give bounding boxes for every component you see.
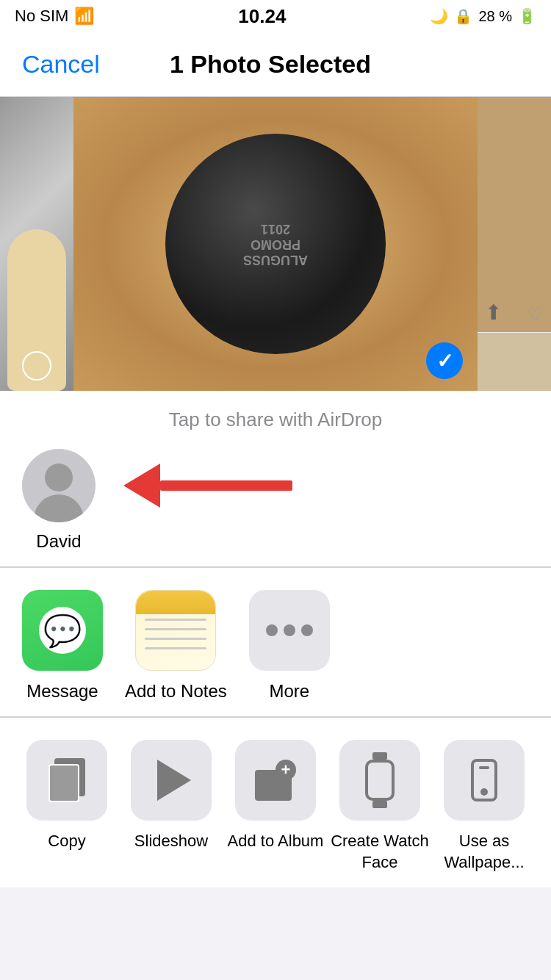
bottom-row: Copy Slideshow + Add to Album bbox=[0, 740, 551, 873]
play-icon bbox=[157, 760, 191, 801]
app-item-more[interactable]: More bbox=[249, 590, 330, 702]
red-arrow-shape bbox=[125, 464, 292, 508]
app-item-message[interactable]: 💬 Message bbox=[22, 590, 103, 702]
arrow-head bbox=[123, 464, 160, 508]
photo-main-selected[interactable]: ALUGUSSPROMO2011 ✓ bbox=[73, 97, 478, 391]
bottom-item-wallpaper[interactable]: Use as Wallpape... bbox=[432, 740, 536, 873]
photo-strip: ALUGUSSPROMO2011 ✓ ⬆ ♡ bbox=[0, 97, 551, 391]
add-album-icon-wrap: + bbox=[235, 740, 316, 821]
notes-label: Add to Notes bbox=[125, 681, 227, 702]
message-bubble-icon: 💬 bbox=[39, 607, 86, 654]
dot-2 bbox=[284, 624, 295, 636]
app-item-notes[interactable]: Add to Notes bbox=[125, 590, 227, 702]
more-label: More bbox=[269, 681, 309, 702]
watch-band-bottom bbox=[372, 801, 387, 808]
dot-3 bbox=[301, 624, 313, 636]
add-album-label: Add to Album bbox=[228, 831, 324, 852]
cancel-button[interactable]: Cancel bbox=[22, 50, 100, 79]
bottom-actions: Copy Slideshow + Add to Album bbox=[0, 718, 551, 887]
avatar-body bbox=[34, 494, 84, 522]
photo-left[interactable] bbox=[0, 97, 73, 391]
status-time: 10.24 bbox=[238, 5, 286, 28]
copy-icon-wrap bbox=[26, 740, 107, 821]
wallpaper-icon-wrap bbox=[444, 740, 525, 821]
coin-object: ALUGUSSPROMO2011 bbox=[165, 134, 386, 354]
watch-face-icon-wrap bbox=[339, 740, 420, 821]
airdrop-hint: Tap to share with AirDrop bbox=[0, 408, 551, 431]
page-title: 1 Photo Selected bbox=[170, 50, 371, 79]
status-bar: No SIM 📶 10.24 🌙 🔒 28 % 🔋 bbox=[0, 0, 551, 32]
notes-line-2 bbox=[145, 628, 206, 630]
watch-icon bbox=[365, 760, 395, 801]
share-icon[interactable]: ⬆ bbox=[485, 300, 502, 325]
coin-text: ALUGUSSPROMO2011 bbox=[243, 221, 308, 267]
coin-background: ALUGUSSPROMO2011 bbox=[73, 97, 478, 391]
status-right-group: 🌙 🔒 28 % 🔋 bbox=[430, 7, 536, 25]
check-icon: ✓ bbox=[436, 349, 453, 373]
copy-front bbox=[48, 764, 79, 802]
message-app-icon: 💬 bbox=[22, 590, 103, 671]
copy-icon bbox=[48, 758, 85, 802]
contacts-row: David bbox=[0, 449, 551, 552]
battery-text: 28 % bbox=[478, 8, 512, 25]
actions-section: 💬 Message Add to Notes bbox=[0, 568, 551, 717]
photo-right-top[interactable]: ⬆ ♡ bbox=[478, 97, 551, 332]
photo-right: ⬆ ♡ bbox=[478, 97, 551, 391]
bottom-item-watch-face[interactable]: Create Watch Face bbox=[328, 740, 432, 873]
notes-app-icon bbox=[135, 590, 216, 671]
notes-line-1 bbox=[145, 619, 206, 621]
wifi-icon: 📶 bbox=[74, 7, 94, 26]
add-album-icon: + bbox=[255, 760, 296, 801]
bottom-item-slideshow[interactable]: Slideshow bbox=[119, 740, 223, 852]
photo-check-badge: ✓ bbox=[426, 342, 463, 379]
speech-bubble-icon: 💬 bbox=[43, 613, 82, 649]
battery-icon: 🔋 bbox=[518, 7, 536, 25]
contact-name-david: David bbox=[36, 531, 81, 552]
airdrop-section: Tap to share with AirDrop David bbox=[0, 391, 551, 567]
more-app-icon bbox=[249, 590, 330, 671]
notes-line-4 bbox=[145, 647, 206, 649]
nav-bar: Cancel 1 Photo Selected bbox=[0, 32, 551, 97]
lock-icon: 🔒 bbox=[454, 7, 472, 25]
photo-right-bottom[interactable] bbox=[478, 332, 551, 391]
notes-line-3 bbox=[145, 638, 206, 640]
bottom-item-copy[interactable]: Copy bbox=[15, 740, 119, 852]
copy-label: Copy bbox=[48, 831, 85, 852]
avatar-head bbox=[45, 464, 73, 491]
phone-icon bbox=[471, 759, 497, 801]
avatar-person-shape bbox=[29, 456, 88, 515]
message-label: Message bbox=[26, 681, 98, 702]
watch-band-top bbox=[372, 752, 387, 760]
moon-icon: 🌙 bbox=[430, 7, 448, 25]
notes-lines bbox=[145, 619, 206, 657]
arrow-line bbox=[160, 480, 292, 491]
slideshow-label: Slideshow bbox=[134, 831, 208, 852]
watch-face-label: Create Watch Face bbox=[328, 831, 432, 873]
slideshow-icon-wrap bbox=[131, 740, 212, 821]
phone-home-button bbox=[480, 788, 488, 796]
photo-left-inner bbox=[0, 97, 73, 391]
notes-top-bar bbox=[136, 591, 215, 614]
heart-icon[interactable]: ♡ bbox=[527, 304, 544, 325]
contact-item-david[interactable]: David bbox=[22, 449, 96, 552]
wallpaper-label: Use as Wallpape... bbox=[432, 831, 536, 873]
apps-row: 💬 Message Add to Notes bbox=[0, 590, 551, 702]
red-arrow-indicator bbox=[125, 464, 292, 508]
phone-notch bbox=[479, 766, 489, 769]
carrier-text: No SIM bbox=[15, 7, 68, 26]
dot-1 bbox=[266, 624, 278, 636]
photo-select-circle[interactable] bbox=[22, 351, 51, 381]
bottom-item-add-album[interactable]: + Add to Album bbox=[223, 740, 328, 852]
avatar-david bbox=[22, 449, 96, 522]
album-plus: + bbox=[276, 760, 296, 780]
status-carrier: No SIM 📶 bbox=[15, 7, 94, 26]
